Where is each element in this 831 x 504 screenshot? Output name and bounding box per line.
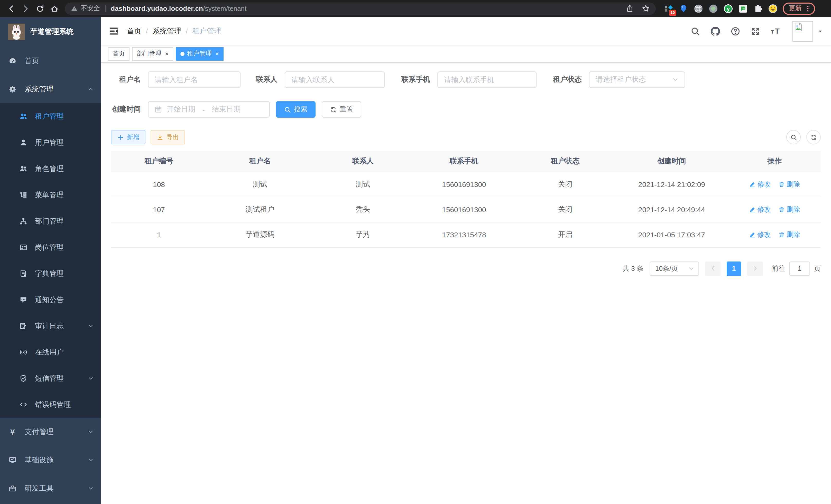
toggle-search-button[interactable] [786,130,801,144]
breadcrumb-home[interactable]: 首页 [127,26,141,36]
code-icon [20,401,27,409]
extensions-puzzle-icon[interactable] [753,4,763,13]
sidebar-item-online-users[interactable]: 在线用户 [0,339,101,365]
delete-link[interactable]: 删除 [778,180,800,189]
refresh-table-button[interactable] [806,130,821,144]
cell-id: 107 [111,197,207,222]
sidebar-item-users[interactable]: 用户管理 [0,129,101,156]
toolbox-icon [9,484,17,492]
cell-id: 108 [111,172,207,197]
browser-back-button[interactable] [4,1,19,16]
navbar-actions [691,21,823,41]
extension-chat-icon[interactable] [739,4,748,13]
breadcrumb-separator: / [146,27,148,35]
delete-link[interactable]: 删除 [778,230,800,239]
share-icon[interactable] [626,5,634,12]
extension-balloon-icon[interactable] [679,4,688,13]
sidebar-item-notice[interactable]: 通知公告 [0,287,101,313]
sidebar-item-error-codes[interactable]: 错误码管理 [0,391,101,418]
browser-reload-button[interactable] [33,1,47,16]
reset-button[interactable]: 重置 [322,101,361,118]
col-tenant-id: 租户编号 [111,151,207,172]
trash-icon [778,181,784,187]
page-size-select[interactable]: 10条/页 [650,261,699,276]
extension-emoji-icon[interactable] [768,4,778,13]
sidebar-item-menus[interactable]: 菜单管理 [0,182,101,208]
dict-book-icon [20,270,27,277]
chrome-update-menu-button[interactable]: 更新 [783,2,815,14]
next-page-button[interactable] [747,261,763,276]
shield-check-icon [20,375,27,382]
tenant-users-icon [20,113,27,120]
github-icon[interactable] [711,26,720,36]
sidebar-item-home[interactable]: 首页 [0,47,101,75]
trash-icon [778,232,784,238]
tenant-name-input[interactable] [155,76,234,84]
sidebar-item-posts[interactable]: 岗位管理 [0,234,101,261]
edit-link[interactable]: 修改 [749,205,771,214]
goto-page-input[interactable] [790,261,810,276]
browser-forward-button[interactable] [19,1,33,16]
col-phone: 联系手机 [413,151,515,172]
extension-command-icon[interactable] [694,4,703,13]
extensions-row: 10 [664,4,778,13]
avatar[interactable] [793,21,813,41]
date-range-picker[interactable]: 开始日期 - 结束日期 [148,101,270,118]
col-tenant-name: 租户名 [207,151,313,172]
sidebar-item-sms[interactable]: 短信管理 [0,365,101,391]
sidebar-item-dict[interactable]: 字典管理 [0,261,101,287]
add-button[interactable]: 新增 [111,130,145,144]
pencil-icon [749,206,755,212]
bookmark-star-icon[interactable] [642,5,650,12]
edit-link[interactable]: 修改 [749,180,771,189]
edit-link[interactable]: 修改 [749,230,771,239]
tab-departments[interactable]: 部门管理 × [132,47,173,60]
app-logo[interactable]: 芋道管理系统 [0,17,101,47]
sidebar-item-infrastructure[interactable]: 基础设施 [0,446,101,474]
prev-page-button[interactable] [705,261,720,276]
cell-status: 关闭 [515,197,615,222]
delete-link[interactable]: 删除 [778,205,800,214]
close-icon[interactable]: × [165,51,169,57]
search-button[interactable]: 搜索 [276,101,316,118]
kebab-menu-icon [804,5,811,12]
sidebar-item-dev-tools[interactable]: 研发工具 [0,474,101,502]
table-header-row: 租户编号 租户名 联系人 联系手机 租户状态 创建时间 操作 [111,151,821,172]
contact-input[interactable] [291,76,378,84]
export-button[interactable]: 导出 [150,130,185,144]
extension-pin-icon[interactable]: 10 [664,4,673,13]
sidebar-item-audit-log[interactable]: 审计日志 [0,313,101,339]
close-icon[interactable]: × [215,51,219,57]
tab-home[interactable]: 首页 [108,47,130,60]
sidebar-item-tenant[interactable]: 租户管理 [0,103,101,129]
address-bar[interactable]: 不安全 dashboard.yudao.iocoder.cn/system/te… [65,2,656,14]
extension-record-icon[interactable] [709,4,718,13]
page-content: 租户名 联系人 联系手机 租户状态 请选择租户状态 [101,63,831,504]
sidebar-item-roles[interactable]: 角色管理 [0,156,101,182]
table-toolbar: 新增 导出 [111,130,821,144]
phone-input[interactable] [444,76,530,84]
app-title: 芋道管理系统 [30,27,74,36]
pencil-icon [749,232,755,238]
active-dot [180,52,184,56]
sidebar-item-departments[interactable]: 部门管理 [0,208,101,234]
docs-help-icon[interactable] [731,26,740,36]
sidebar-item-payment[interactable]: ¥ 支付管理 [0,418,101,446]
tab-tenant[interactable]: 租户管理 × [176,47,224,60]
extension-y-icon[interactable] [724,4,733,13]
font-size-icon[interactable] [771,26,782,36]
not-secure-warning-icon [71,5,78,12]
user-avatar-menu[interactable] [793,21,823,41]
sidebar-collapse-icon[interactable] [109,26,119,36]
breadcrumb-system[interactable]: 系统管理 [152,26,181,36]
yen-icon: ¥ [9,428,17,436]
browser-home-button[interactable] [47,1,62,16]
sidebar-item-system[interactable]: 系统管理 [0,75,101,103]
security-label[interactable]: 不安全 [81,4,100,13]
status-select[interactable]: 请选择租户状态 [589,71,685,88]
cell-status: 开启 [515,222,615,247]
header-search-icon[interactable] [691,26,700,36]
url-path: /system/tenant [203,5,247,12]
fullscreen-icon[interactable] [751,26,760,36]
page-1-button[interactable]: 1 [727,261,741,276]
